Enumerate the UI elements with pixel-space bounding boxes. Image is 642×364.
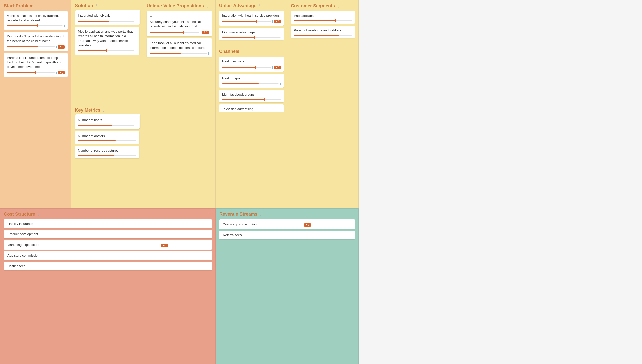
progress-marker — [303, 224, 303, 226]
card-wrapper: A child's health is not easily tracked, … — [4, 11, 68, 30]
unfair-title: Unfair Advantage ⋮ — [219, 3, 284, 8]
inline-progress-area: ⚑2 — [301, 222, 351, 227]
flag-badge[interactable]: ⚑2 — [304, 223, 311, 227]
card-text: A child's health is not easily tracked, … — [7, 14, 65, 23]
flag-badge[interactable]: ⚑1 — [274, 20, 281, 23]
progress-track — [78, 21, 134, 22]
flag-badge[interactable]: ⚑1 — [274, 66, 281, 69]
progress-track — [78, 125, 134, 126]
flag-count: 1 — [165, 244, 167, 247]
section-unfair: Unfair Advantage ⋮ Integration with heal… — [216, 0, 287, 45]
section-customer-segments: Customer Segments ⋮ PadeatriciansParent … — [287, 0, 359, 208]
flag-icon: ⚑ — [59, 46, 61, 48]
flag-count: 1 — [206, 31, 208, 34]
progress-marker — [64, 25, 65, 27]
progress-track — [78, 155, 136, 156]
progress-track — [222, 37, 281, 38]
list-item: Health insurers⚑1 — [219, 57, 284, 71]
card-text: Referral fees — [223, 233, 242, 237]
card-text: Integrated with eHealth — [78, 13, 136, 18]
progress-row: ⚑1 — [222, 20, 281, 23]
list-item: Liability insurance — [4, 219, 212, 228]
flag-count: 1 — [278, 66, 279, 69]
col4-container: Unfair Advantage ⋮ Integration with heal… — [216, 0, 287, 208]
solution-cards-container: Integrated with eHealthMobile applicatio… — [75, 11, 139, 55]
progress-row — [78, 20, 136, 22]
flag-count: 1 — [62, 46, 63, 48]
list-item: A child's health is not easily tracked, … — [4, 11, 68, 30]
progress-track — [7, 25, 63, 26]
problem-menu-icon[interactable]: ⋮ — [35, 4, 39, 8]
flag-badge[interactable]: ⚑1 — [58, 45, 65, 49]
list-item: Doctors don't get a full understanding o… — [4, 32, 68, 51]
progress-row: ⚑2 — [301, 223, 311, 227]
progress-row: ⚑1 — [158, 244, 168, 247]
uvp-title: Unique Value Propositions ⋮ — [147, 3, 212, 9]
progress-marker — [272, 66, 273, 69]
channels-title: Channels ⋮ — [219, 49, 284, 54]
progress-fill — [78, 140, 116, 141]
card-text: Number of users — [78, 118, 136, 122]
list-item: Parents find it cumbersome to keep track… — [4, 53, 68, 77]
list-item: Keep track of all our child's medical in… — [147, 38, 212, 57]
key-metrics-menu-icon[interactable]: ⋮ — [102, 108, 105, 112]
progress-track — [7, 46, 55, 47]
inline-progress-area: ⚑1 — [158, 242, 208, 247]
section-problem: Start:Problem ⋮ A child's health is not … — [0, 0, 71, 208]
problem-cards-container: A child's health is not easily tracked, … — [4, 11, 68, 77]
card-text: Integration with health service provider… — [222, 13, 281, 18]
progress-row: ⚑1 — [150, 31, 209, 34]
card-text: Television advertising — [222, 107, 281, 111]
segments-cards-container: PadeatriciansParent of newborns and todd… — [291, 11, 355, 38]
lean-canvas: Start:Problem ⋮ A child's health is not … — [0, 0, 642, 364]
flag-icon: ⚑ — [275, 66, 277, 69]
progress-fill — [222, 99, 264, 100]
uvp-cards-container: ≡Securely share your child's medical rec… — [147, 11, 212, 57]
card-wrapper: Health Expo — [219, 74, 284, 88]
progress-marker — [136, 50, 136, 52]
cost-structure-title: Cost Structure ⋮ — [4, 212, 212, 217]
flag-badge[interactable]: ⚑1 — [161, 244, 168, 247]
card-text: Marketing expenditure — [7, 243, 40, 247]
section-uvp: Unique Value Propositions ⋮ ≡Securely sh… — [143, 0, 216, 208]
list-item: ≡Securely share your child's medical rec… — [147, 11, 212, 36]
flag-count: 2 — [308, 224, 310, 226]
progress-row: ⚑1 — [222, 66, 281, 69]
flag-badge[interactable]: ⚑1 — [202, 31, 209, 34]
flag-badge[interactable]: ⚑1 — [58, 71, 65, 74]
card-wrapper: ≡Securely share your child's medical rec… — [147, 11, 212, 36]
customer-segments-menu-icon[interactable]: ⋮ — [336, 4, 340, 8]
list-item: Integrated with eHealth — [75, 11, 139, 25]
card-text: Parents find it cumbersome to keep track… — [7, 56, 65, 69]
list-item: App store commission — [4, 251, 212, 260]
list-item: Television advertising — [219, 104, 284, 112]
flag-icon: ⚑ — [305, 224, 308, 226]
list-item: Mobile application and web portal that r… — [75, 27, 139, 55]
card-text: Doctors don't get a full understanding o… — [7, 34, 65, 43]
progress-marker — [160, 244, 160, 247]
uvp-menu-icon[interactable]: ⋮ — [205, 4, 209, 8]
progress-marker — [201, 31, 201, 34]
card-wrapper: Integration with health service provider… — [219, 11, 284, 26]
card-wrapper: Keep track of all our child's medical in… — [147, 38, 212, 57]
flag-count: 1 — [278, 20, 279, 23]
progress-fill — [7, 25, 38, 26]
revenue-streams-menu-icon[interactable]: ⋮ — [259, 212, 262, 216]
progress-row — [294, 20, 352, 21]
inline-progress-area — [158, 265, 208, 267]
solution-menu-icon[interactable]: ⋮ — [95, 4, 98, 8]
list-item: Health Expo — [219, 74, 284, 88]
progress-marker — [56, 46, 57, 48]
card-text: Health insurers — [222, 59, 281, 64]
cost-structure-menu-icon[interactable]: ⋮ — [37, 212, 40, 216]
card-wrapper: Mum facebook groups — [219, 90, 284, 102]
revenue-cards-container: Yearly app subscription⚑2Referral fees — [219, 219, 355, 239]
progress-track — [294, 35, 352, 36]
cost-cards-container: Liability insuranceProduct developmentMa… — [4, 219, 212, 270]
progress-marker — [56, 72, 57, 74]
list-desc-icon: ≡ — [150, 14, 209, 18]
unfair-menu-icon[interactable]: ⋮ — [258, 4, 261, 8]
channels-menu-icon[interactable]: ⋮ — [241, 50, 245, 54]
revenue-streams-title: Revenue Streams ⋮ — [219, 212, 355, 217]
list-item: Parent of newborns and toddlers — [291, 26, 355, 38]
